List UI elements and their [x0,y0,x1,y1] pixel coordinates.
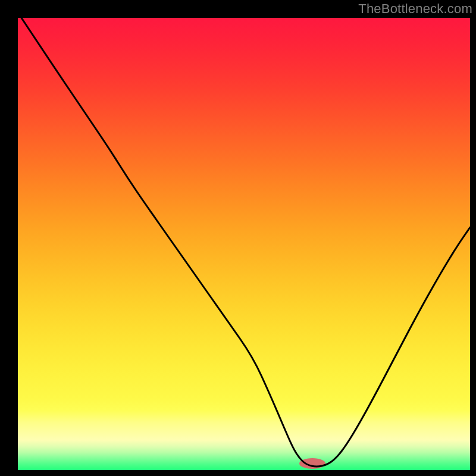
bottleneck-chart [0,0,476,476]
watermark-text: TheBottleneck.com [358,1,472,17]
plot-area [18,18,470,470]
minimum-marker [299,458,325,469]
chart-container: { "watermark": "TheBottleneck.com", "cha… [0,0,476,476]
